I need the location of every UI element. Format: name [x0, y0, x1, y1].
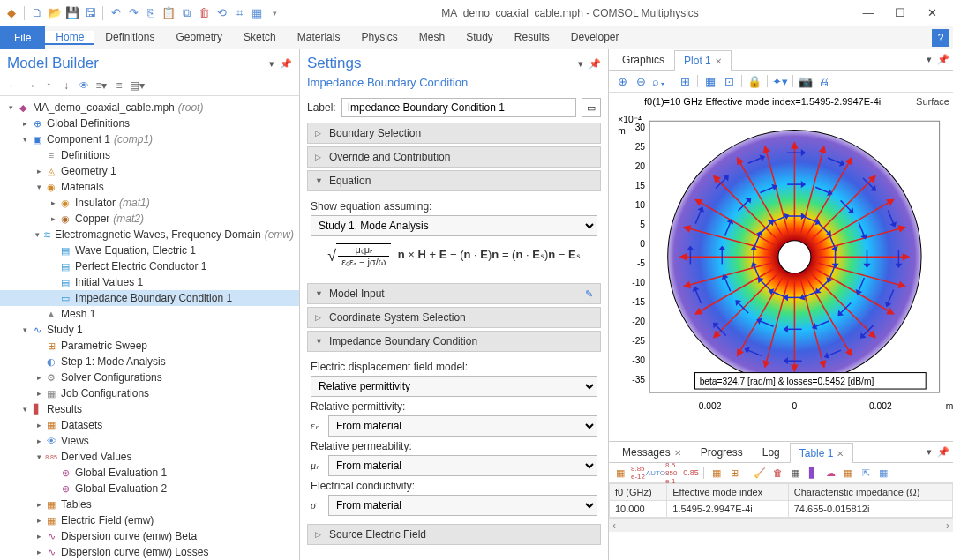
- close-button[interactable]: ✕: [921, 6, 942, 19]
- table-cell[interactable]: 10.000: [610, 501, 667, 518]
- expand-icon[interactable]: ≡: [111, 78, 127, 93]
- undo-icon[interactable]: ↶: [108, 5, 124, 21]
- table-delete-icon[interactable]: 🗑: [769, 465, 785, 481]
- tree-item[interactable]: ▾▋Results: [0, 401, 299, 417]
- panel-menu-icon[interactable]: ▾: [927, 446, 932, 458]
- perm-select[interactable]: From material: [328, 415, 597, 437]
- nav-up-icon[interactable]: ↑: [41, 78, 56, 93]
- twisty-icon[interactable]: ▸: [34, 389, 44, 398]
- close-tab-icon[interactable]: ✕: [674, 448, 681, 458]
- section-ibc[interactable]: ▼Impedance Boundary Condition: [307, 331, 601, 352]
- tree-item[interactable]: ▾≋Electromagnetic Waves, Frequency Domai…: [0, 227, 299, 243]
- delete-icon[interactable]: 🗑: [196, 5, 212, 21]
- twisty-icon[interactable]: ▾: [34, 452, 44, 461]
- ribbon-tab-study[interactable]: Study: [455, 31, 504, 43]
- section-model-input[interactable]: ▼Model Input✎: [307, 283, 601, 304]
- tree-menu-icon[interactable]: ▤▾: [129, 78, 145, 93]
- twisty-icon[interactable]: ▸: [34, 373, 44, 382]
- table-precision-icon[interactable]: 8.85e-12: [630, 465, 646, 481]
- tree-item[interactable]: ▲Mesh 1: [0, 306, 299, 322]
- lock-icon[interactable]: 🔒: [747, 73, 762, 89]
- tree-item[interactable]: ▸◉Copper(mat2): [0, 211, 299, 227]
- table-grid-icon[interactable]: ▦: [709, 465, 724, 481]
- tree-item[interactable]: ▸👁Views: [0, 433, 299, 449]
- scroll-right-icon[interactable]: ›: [946, 519, 949, 532]
- ribbon-tab-sketch[interactable]: Sketch: [233, 31, 287, 43]
- app-builder-icon[interactable]: ▦: [249, 5, 265, 21]
- table-850-icon[interactable]: 8.5 850e-1: [665, 465, 681, 481]
- pin-icon[interactable]: 📌: [937, 446, 949, 458]
- redo-icon[interactable]: ↷: [125, 5, 141, 21]
- scene-light-icon[interactable]: ✦▾: [772, 73, 788, 89]
- refresh-icon[interactable]: ⟲: [214, 5, 229, 21]
- tree-item[interactable]: ⊛Global Evaluation 1: [0, 465, 299, 481]
- tree-item[interactable]: ▤Wave Equation, Electric 1: [0, 243, 299, 258]
- assume-select[interactable]: Study 1, Mode Analysis: [311, 215, 597, 236]
- tree-item[interactable]: ▸∿Dispersion curve (emw) Losses: [0, 544, 299, 560]
- twisty-icon[interactable]: ▾: [19, 135, 30, 144]
- panel-menu-icon[interactable]: ▾: [578, 58, 583, 70]
- duplicate-icon[interactable]: ⧉: [178, 5, 194, 21]
- screenshot-icon[interactable]: ⌗: [231, 5, 247, 21]
- paste-icon[interactable]: 📋: [161, 5, 176, 21]
- nav-down-icon[interactable]: ↓: [58, 78, 74, 93]
- table-export-icon[interactable]: ☁: [822, 465, 838, 481]
- tree-item[interactable]: ▾◉Materials: [0, 179, 299, 195]
- panel-menu-icon[interactable]: ▾: [927, 54, 932, 65]
- table-cell[interactable]: 74.655-0.015812i: [788, 501, 952, 518]
- ribbon-tab-developer[interactable]: Developer: [560, 31, 630, 43]
- graphics-tab[interactable]: Plot 1✕: [674, 50, 732, 71]
- snapshot-icon[interactable]: 📷: [798, 73, 814, 89]
- close-tab-icon[interactable]: ✕: [715, 56, 722, 66]
- collapse-icon[interactable]: ≡▾: [94, 78, 109, 93]
- new-icon[interactable]: 🗋: [29, 5, 45, 21]
- tree-item[interactable]: ▾▣Component 1(comp1): [0, 131, 299, 147]
- scroll-left-icon[interactable]: ‹: [612, 519, 616, 532]
- ribbon-tab-results[interactable]: Results: [504, 31, 560, 43]
- tree-item[interactable]: ▸▦Electric Field (emw): [0, 512, 299, 528]
- bottom-tab[interactable]: Table 1✕: [790, 443, 854, 463]
- open-icon[interactable]: 📂: [47, 5, 63, 21]
- zoom-box-icon[interactable]: ⌕▾: [651, 73, 667, 89]
- zoom-out-icon[interactable]: ⊖: [633, 73, 649, 89]
- tree-item[interactable]: ▸▦Job Configurations: [0, 385, 299, 401]
- twisty-icon[interactable]: ▾: [34, 230, 41, 239]
- table-copy-icon[interactable]: ▦: [787, 465, 803, 481]
- ribbon-tab-physics[interactable]: Physics: [350, 31, 408, 43]
- tree-item[interactable]: ▾◆MA_demo_coaxial_cable.mph(root): [0, 100, 299, 116]
- pin-icon[interactable]: 📌: [589, 58, 601, 70]
- twisty-icon[interactable]: ▸: [48, 198, 58, 207]
- zoom-in-icon[interactable]: ⊕: [614, 73, 630, 89]
- disp-select[interactable]: Relative permittivity: [311, 376, 597, 397]
- save-as-icon[interactable]: 🖫: [82, 5, 98, 21]
- tree-item[interactable]: ▤Initial Values 1: [0, 274, 299, 290]
- section-override[interactable]: ▷Override and Contribution: [307, 146, 601, 168]
- table-085-icon[interactable]: 0.85: [683, 465, 699, 481]
- ribbon-tab-definitions[interactable]: Definitions: [94, 31, 165, 43]
- print-icon[interactable]: 🖨: [816, 73, 832, 89]
- twisty-icon[interactable]: ▸: [34, 548, 44, 556]
- maximize-button[interactable]: ☐: [889, 6, 911, 19]
- tree-item[interactable]: ▸◬Geometry 1: [0, 163, 299, 179]
- view-xy-icon[interactable]: ▦: [702, 73, 718, 89]
- ribbon-tab-materials[interactable]: Materials: [287, 31, 351, 43]
- ribbon-tab-geometry[interactable]: Geometry: [165, 31, 233, 43]
- twisty-icon[interactable]: ▸: [34, 421, 44, 429]
- label-tag-button[interactable]: ▭: [582, 98, 601, 117]
- results-table[interactable]: f0 (GHz)Effective mode indexCharacterist…: [609, 483, 953, 518]
- section-boundary[interactable]: ▷Boundary Selection: [307, 123, 601, 144]
- table-full-icon[interactable]: ▦: [612, 465, 628, 481]
- tree-item[interactable]: ▸⚙Solver Configurations: [0, 370, 299, 385]
- tree-item[interactable]: ⊞Parametric Sweep: [0, 338, 299, 354]
- tree-item[interactable]: ▸⊕Global Definitions: [0, 116, 299, 131]
- pin-icon[interactable]: 📌: [280, 58, 292, 70]
- section-coord[interactable]: ▷Coordinate System Selection: [307, 307, 601, 328]
- twisty-icon[interactable]: ▸: [34, 500, 44, 509]
- table-paste-icon[interactable]: ▋: [805, 465, 821, 481]
- edit-icon[interactable]: ✎: [585, 288, 593, 300]
- tree-item[interactable]: ≡Definitions: [0, 147, 299, 163]
- twisty-icon[interactable]: ▾: [5, 103, 16, 112]
- tree-item[interactable]: ⊛Global Evaluation 2: [0, 481, 299, 497]
- zoom-extents-icon[interactable]: ⊞: [677, 73, 693, 89]
- section-source[interactable]: ▷Source Electric Field: [307, 524, 601, 545]
